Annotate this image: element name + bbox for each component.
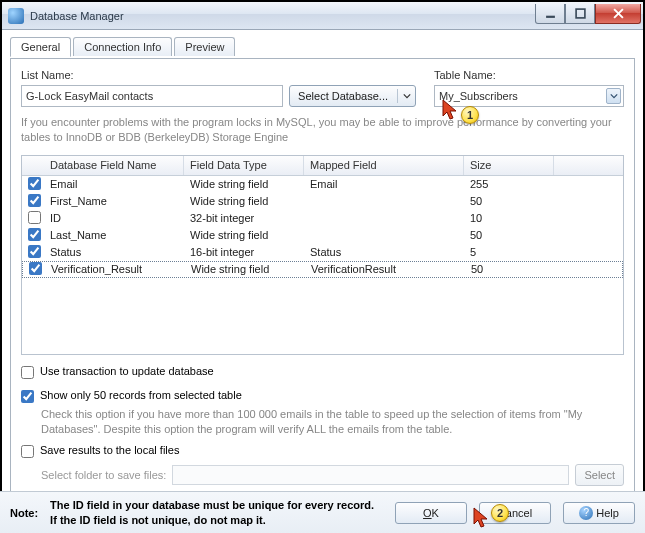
grid-header-name[interactable]: Database Field Name xyxy=(44,156,184,175)
button-separator xyxy=(397,89,398,103)
help-icon: ? xyxy=(579,506,593,520)
table-name-combo-arrow[interactable] xyxy=(606,88,621,104)
folder-label: Select folder to save files: xyxy=(41,469,166,481)
grid-header-type[interactable]: Field Data Type xyxy=(184,156,304,175)
chevron-down-icon xyxy=(403,92,411,100)
tab-strip: General Connection Info Preview xyxy=(10,36,635,58)
row-checkbox[interactable] xyxy=(28,194,41,207)
cell-name: Status xyxy=(44,245,184,259)
note-label: Note: xyxy=(10,507,38,519)
cell-size: 255 xyxy=(464,177,554,191)
show-only-50-hint: Check this option if you have more than … xyxy=(41,407,624,437)
close-button[interactable] xyxy=(595,4,641,24)
cell-size: 50 xyxy=(464,228,554,242)
window-title: Database Manager xyxy=(30,10,124,22)
select-folder-button: Select xyxy=(575,464,624,486)
maximize-icon xyxy=(575,8,586,19)
cancel-button[interactable]: Cancel xyxy=(479,502,551,524)
ok-button[interactable]: OK xyxy=(395,502,467,524)
table-row[interactable]: Verification_ResultWide string fieldVeri… xyxy=(22,261,623,278)
use-transaction-label: Use transaction to update database xyxy=(40,365,214,377)
table-row[interactable]: EmailWide string fieldEmail255 xyxy=(22,176,623,193)
cell-name: ID xyxy=(44,211,184,225)
help-button[interactable]: ? Help xyxy=(563,502,635,524)
minimize-button[interactable] xyxy=(535,4,565,24)
svg-rect-1 xyxy=(576,9,585,18)
tab-general[interactable]: General xyxy=(10,37,71,57)
list-name-input[interactable] xyxy=(21,85,283,107)
cell-mapped: Status xyxy=(304,245,464,259)
fields-grid: Database Field Name Field Data Type Mapp… xyxy=(21,155,624,355)
cell-mapped: Email xyxy=(304,177,464,191)
cell-mapped xyxy=(304,234,464,236)
list-name-label: List Name: xyxy=(21,69,416,81)
table-row[interactable]: Status16-bit integerStatus5 xyxy=(22,244,623,261)
cell-type: Wide string field xyxy=(184,228,304,242)
table-row[interactable]: Last_NameWide string field50 xyxy=(22,227,623,244)
row-checkbox[interactable] xyxy=(28,177,41,190)
tab-panel-general: List Name: Select Database... Table Name… xyxy=(10,58,635,500)
table-name-combo[interactable] xyxy=(434,85,624,107)
save-results-checkbox[interactable] xyxy=(21,445,34,458)
cell-type: 16-bit integer xyxy=(184,245,304,259)
window-buttons xyxy=(535,4,641,24)
save-results-label: Save results to the local files xyxy=(40,444,179,456)
tab-connection-info[interactable]: Connection Info xyxy=(73,37,172,56)
cell-size: 50 xyxy=(465,262,555,276)
table-row[interactable]: ID32-bit integer10 xyxy=(22,210,623,227)
show-only-50-checkbox[interactable] xyxy=(21,390,34,403)
help-label: Help xyxy=(596,507,619,519)
grid-header-size[interactable]: Size xyxy=(464,156,554,175)
titlebar: Database Manager xyxy=(2,2,643,30)
dialog-footer: Note: The ID field in your database must… xyxy=(0,491,645,533)
table-row[interactable]: First_NameWide string field50 xyxy=(22,193,623,210)
app-icon xyxy=(8,8,24,24)
cell-mapped xyxy=(304,217,464,219)
cell-size: 50 xyxy=(464,194,554,208)
cell-name: Verification_Result xyxy=(45,262,185,276)
option-show-only-50[interactable]: Show only 50 records from selected table xyxy=(21,389,624,403)
folder-input xyxy=(172,465,569,485)
conversion-hint: If you encounter problems with the progr… xyxy=(21,115,624,145)
row-checkbox[interactable] xyxy=(28,211,41,224)
cell-type: Wide string field xyxy=(184,177,304,191)
use-transaction-checkbox[interactable] xyxy=(21,366,34,379)
row-checkbox[interactable] xyxy=(29,262,42,275)
option-save-results[interactable]: Save results to the local files xyxy=(21,444,624,458)
option-use-transaction[interactable]: Use transaction to update database xyxy=(21,365,624,379)
chevron-down-icon xyxy=(610,92,618,100)
row-checkbox[interactable] xyxy=(28,245,41,258)
cell-type: 32-bit integer xyxy=(184,211,304,225)
cell-type: Wide string field xyxy=(185,262,305,276)
cell-name: First_Name xyxy=(44,194,184,208)
table-name-label: Table Name: xyxy=(434,69,624,81)
cell-type: Wide string field xyxy=(184,194,304,208)
cell-size: 10 xyxy=(464,211,554,225)
cell-name: Last_Name xyxy=(44,228,184,242)
close-icon xyxy=(613,8,624,19)
cell-mapped xyxy=(304,200,464,202)
show-only-50-label: Show only 50 records from selected table xyxy=(40,389,242,401)
grid-header-mapped[interactable]: Mapped Field xyxy=(304,156,464,175)
minimize-icon xyxy=(545,8,556,19)
svg-rect-0 xyxy=(546,15,555,17)
cell-size: 5 xyxy=(464,245,554,259)
select-database-label: Select Database... xyxy=(298,90,388,102)
maximize-button[interactable] xyxy=(565,4,595,24)
select-database-button[interactable]: Select Database... xyxy=(289,85,416,107)
note-text: The ID field in your database must be un… xyxy=(50,498,383,527)
cell-name: Email xyxy=(44,177,184,191)
tab-preview[interactable]: Preview xyxy=(174,37,235,56)
cell-mapped: VerificationResult xyxy=(305,262,465,276)
grid-header: Database Field Name Field Data Type Mapp… xyxy=(22,156,623,176)
row-checkbox[interactable] xyxy=(28,228,41,241)
